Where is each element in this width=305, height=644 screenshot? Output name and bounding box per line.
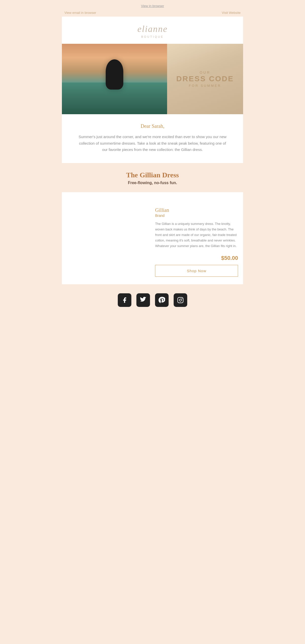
product-section-container: Gillian Brand The Gillian is a uniquely …	[62, 192, 243, 284]
visit-website-link[interactable]: Visit Website	[222, 11, 241, 15]
brand-logo: elianne	[67, 24, 238, 34]
twitter-icon[interactable]	[136, 293, 150, 307]
hero-image-left	[62, 44, 167, 114]
hero-text-area: OUR DRESS CODE FOR SUMMER	[167, 44, 243, 114]
intro-greeting: Dear Sarah,	[77, 123, 228, 129]
product-brand: Brand	[155, 214, 238, 218]
hero-line3: FOR SUMMER	[189, 84, 221, 88]
social-footer	[59, 284, 246, 317]
facebook-icon[interactable]	[118, 293, 131, 307]
pinterest-icon[interactable]	[155, 293, 169, 307]
product-info: Gillian Brand The Gillian is a uniquely …	[153, 205, 238, 277]
hero-section: OUR DRESS CODE FOR SUMMER	[62, 44, 243, 114]
svg-point-1	[179, 299, 182, 301]
shop-now-button[interactable]: Shop Now	[155, 265, 238, 277]
product-banner-subtitle: Free-flowing, no-fuss fun.	[64, 181, 241, 185]
product-banner: The Gillian Dress Free-flowing, no-fuss …	[59, 163, 246, 192]
product-section: Gillian Brand The Gillian is a uniquely …	[62, 192, 243, 284]
email-container: elianne BOUTIQUE OUR DRESS CODE FOR SUMM…	[62, 17, 243, 163]
product-description: The Gillian is a uniquely summery dress.…	[155, 221, 238, 249]
header-links: View email in browser Visit Website	[59, 9, 246, 17]
product-price: $50.00	[155, 255, 238, 261]
svg-point-2	[181, 298, 182, 299]
intro-body: Summer's just around the corner, and we'…	[77, 134, 228, 153]
svg-rect-0	[178, 297, 183, 303]
instagram-icon[interactable]	[174, 293, 187, 307]
view-in-browser-top-link[interactable]: View in browser	[141, 4, 164, 8]
hero-line2: DRESS CODE	[176, 74, 234, 83]
detail-row: Gillian Brand The Gillian is a uniquely …	[67, 205, 238, 277]
browser-bar: View in browser	[59, 3, 246, 9]
view-email-link[interactable]: View email in browser	[64, 11, 96, 15]
product-name: Gillian	[155, 207, 238, 213]
intro-section: Dear Sarah, Summer's just around the cor…	[62, 114, 243, 163]
product-banner-title: The Gillian Dress	[64, 171, 241, 179]
brand-tagline: BOUTIQUE	[67, 35, 238, 38]
logo-area: elianne BOUTIQUE	[62, 17, 243, 44]
hero-figure	[62, 44, 167, 114]
hero-line1: OUR	[200, 70, 210, 74]
